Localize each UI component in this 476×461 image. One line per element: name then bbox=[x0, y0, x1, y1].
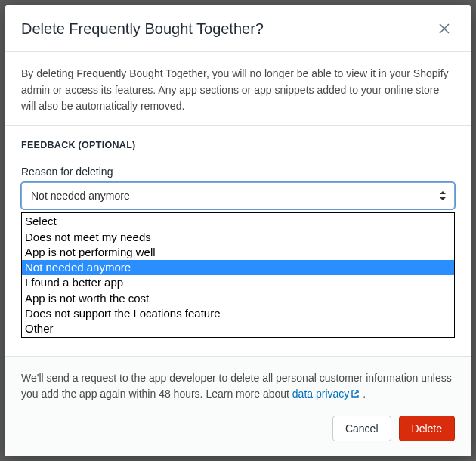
footer-note: We'll send a request to the app develope… bbox=[21, 370, 455, 404]
delete-button[interactable]: Delete bbox=[399, 416, 455, 441]
modal-footer: We'll send a request to the app develope… bbox=[5, 356, 471, 456]
delete-app-modal: Delete Frequently Bought Together? By de… bbox=[5, 5, 471, 456]
modal-title: Delete Frequently Bought Together? bbox=[21, 20, 264, 38]
reason-select-value: Not needed anymore bbox=[31, 190, 130, 202]
dropdown-option[interactable]: App is not worth the cost bbox=[22, 291, 454, 306]
reason-select-wrap: Not needed anymore SelectDoes not meet m… bbox=[21, 182, 455, 209]
reason-select[interactable]: Not needed anymore bbox=[21, 182, 455, 209]
dropdown-option[interactable]: App is not performing well bbox=[22, 245, 454, 260]
feedback-heading: FEEDBACK (OPTIONAL) bbox=[21, 140, 455, 150]
dropdown-option[interactable]: Does not meet my needs bbox=[22, 230, 454, 245]
close-icon bbox=[437, 21, 452, 36]
footer-note-suffix: . bbox=[360, 388, 366, 400]
svg-marker-2 bbox=[440, 191, 446, 194]
reason-dropdown[interactable]: SelectDoes not meet my needsApp is not p… bbox=[21, 212, 455, 338]
modal-header: Delete Frequently Bought Together? bbox=[5, 5, 471, 51]
footer-note-prefix: We'll send a request to the app develope… bbox=[21, 372, 452, 401]
dropdown-option[interactable]: Select bbox=[22, 214, 454, 229]
dropdown-option[interactable]: Not needed anymore bbox=[22, 260, 454, 275]
modal-description: By deleting Frequently Bought Together, … bbox=[21, 66, 455, 115]
reason-label: Reason for deleting bbox=[21, 166, 455, 178]
select-caret-icon bbox=[439, 190, 447, 201]
svg-marker-3 bbox=[440, 197, 446, 200]
footer-actions: Cancel Delete bbox=[21, 416, 455, 441]
close-button[interactable] bbox=[434, 18, 455, 39]
dropdown-option[interactable]: I found a better app bbox=[22, 275, 454, 290]
modal-body: By deleting Frequently Bought Together, … bbox=[5, 52, 471, 125]
data-privacy-link[interactable]: data privacy bbox=[292, 388, 360, 400]
cancel-button[interactable]: Cancel bbox=[332, 416, 391, 441]
dropdown-option[interactable]: Does not support the Locations feature bbox=[22, 306, 454, 321]
dropdown-option[interactable]: Other bbox=[22, 321, 454, 336]
external-link-icon bbox=[351, 388, 360, 401]
feedback-section: FEEDBACK (OPTIONAL) Reason for deleting … bbox=[5, 126, 471, 209]
